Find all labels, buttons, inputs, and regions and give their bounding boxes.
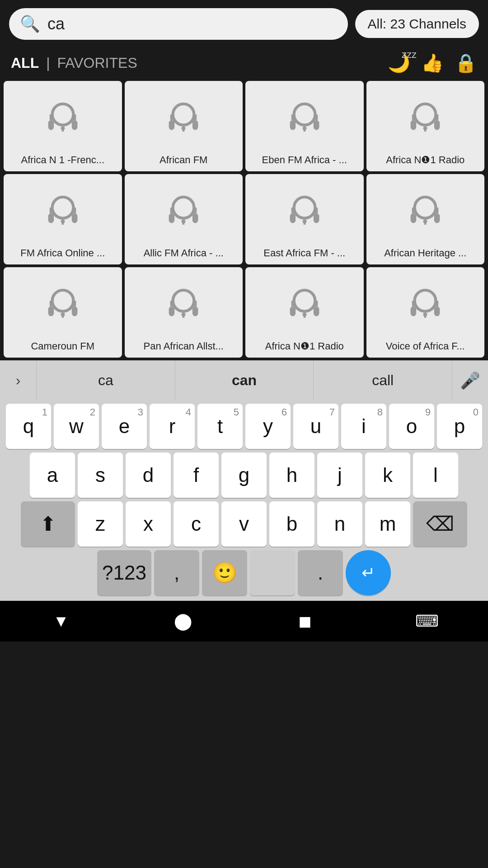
key-d[interactable]: d [126, 453, 171, 498]
key-n[interactable]: n [317, 501, 362, 547]
svg-rect-22 [411, 120, 417, 130]
key-label-s: s [95, 465, 105, 485]
nav-recent-button[interactable]: ◼ [244, 601, 366, 642]
key-l[interactable]: l [413, 453, 458, 498]
svg-rect-36 [169, 213, 175, 223]
filter-favorites[interactable]: FAVORITES [57, 55, 137, 71]
search-input[interactable] [47, 14, 337, 33]
headphone-icon [163, 181, 204, 244]
svg-rect-51 [434, 213, 440, 223]
key-c[interactable]: c [174, 501, 219, 547]
suggestion-can[interactable]: can [175, 361, 314, 400]
key-emoji[interactable]: 🙂 [202, 550, 247, 595]
key-q[interactable]: 1q [6, 404, 51, 449]
key-comma[interactable]: , [154, 550, 199, 595]
key-label-p: p [454, 416, 465, 436]
key-num-2: 2 [90, 406, 95, 418]
key-a[interactable]: a [30, 453, 75, 498]
key-z[interactable]: z [78, 501, 123, 547]
suggestion-call[interactable]: call [313, 361, 452, 400]
suggestion-ca[interactable]: ca [36, 361, 175, 400]
key-t[interactable]: 5t [197, 404, 243, 449]
headphone-icon [42, 88, 83, 151]
svg-rect-1 [48, 120, 54, 130]
key-backspace[interactable]: ⌫ [413, 501, 467, 547]
key-g[interactable]: g [221, 453, 267, 498]
channel-card[interactable]: Eben FM Africa - ... [245, 81, 364, 171]
channel-card[interactable]: Cameroun FM [4, 267, 122, 358]
channel-card[interactable]: African Heritage ... [366, 174, 485, 264]
key-label-h: h [286, 465, 297, 485]
svg-rect-30 [72, 213, 78, 223]
channel-card[interactable]: Pan African Allst... [125, 267, 243, 358]
key-m[interactable]: m [365, 501, 410, 547]
key-h[interactable]: h [269, 453, 314, 498]
channel-count-badge[interactable]: All: 23 Channels [355, 10, 479, 38]
mic-icon[interactable]: 🎤 [452, 361, 488, 400]
key-r[interactable]: 4r [150, 404, 195, 449]
filter-icons: 🌙zzz 👍 🔒 [388, 52, 477, 74]
svg-rect-72 [314, 307, 319, 316]
key-p[interactable]: 0p [437, 404, 482, 449]
key-period[interactable]: . [298, 550, 343, 595]
channel-card[interactable]: East Africa FM - ... [245, 174, 364, 264]
key-label-u: u [310, 416, 321, 436]
key-f[interactable]: f [174, 453, 219, 498]
key-v[interactable]: v [221, 501, 267, 547]
key-label-d: d [143, 465, 154, 485]
thumbs-up-icon[interactable]: 👍 [421, 52, 444, 74]
search-icon: 🔍 [20, 14, 40, 33]
key-label-v: v [239, 514, 249, 534]
channel-name: Africa N❶1 Radio [386, 154, 465, 166]
channel-name: Pan African Allst... [144, 340, 224, 352]
channel-card[interactable]: Africa N❶1 Radio [366, 81, 485, 171]
emoji-icon: 🙂 [212, 563, 237, 583]
key-label-x: x [143, 514, 153, 534]
key-label-y: y [263, 416, 273, 436]
channel-card[interactable]: FM Africa Online ... [4, 174, 122, 264]
svg-rect-15 [290, 120, 296, 130]
channel-name: Cameroun FM [31, 340, 94, 352]
key-u[interactable]: 7u [293, 404, 338, 449]
suggestion-expand-arrow[interactable]: › [0, 361, 36, 400]
return-icon: ↵ [361, 565, 375, 581]
channel-card[interactable]: Allic FM Africa - ... [125, 174, 243, 264]
nav-keyboard-button[interactable]: ⌨ [366, 601, 488, 642]
svg-point-77 [415, 290, 436, 311]
key-x[interactable]: x [126, 501, 171, 547]
key-label-m: m [380, 514, 396, 534]
filter-all[interactable]: ALL [11, 55, 39, 71]
channel-card[interactable]: Africa N 1 -Frenc... [4, 81, 122, 171]
lock-icon[interactable]: 🔒 [455, 52, 477, 74]
key-y[interactable]: 6y [245, 404, 291, 449]
svg-rect-64 [169, 307, 175, 316]
key-e[interactable]: 3e [102, 404, 147, 449]
key-return[interactable]: ↵ [346, 550, 391, 595]
key-k[interactable]: k [365, 453, 410, 498]
headphone-icon [405, 181, 446, 244]
svg-rect-65 [192, 307, 198, 316]
channel-card[interactable]: Voice of Africa F... [366, 267, 485, 358]
channel-card[interactable]: Africa N❶1 Radio [245, 267, 364, 358]
headphone-icon [42, 274, 83, 337]
channel-card[interactable]: African FM [125, 81, 243, 171]
svg-point-56 [52, 290, 73, 311]
nav-home-button[interactable]: ⬤ [122, 601, 244, 642]
keyboard-suggestions: › ca can call 🎤 [0, 360, 488, 400]
key-w[interactable]: 2w [54, 404, 99, 449]
key-shift[interactable]: ⬆ [21, 501, 75, 547]
svg-rect-79 [434, 307, 440, 316]
key-numbers[interactable]: ?123 [97, 550, 151, 595]
key-j[interactable]: j [317, 453, 362, 498]
nav-back-button[interactable]: ▼ [0, 601, 122, 642]
key-label-l: l [433, 465, 438, 485]
channel-name: Eben FM Africa - ... [262, 154, 347, 166]
svg-rect-50 [411, 213, 417, 223]
key-o[interactable]: 9o [389, 404, 434, 449]
search-box: 🔍 [9, 8, 348, 40]
sleep-timer-icon[interactable]: 🌙zzz [388, 52, 410, 74]
key-b[interactable]: b [269, 501, 314, 547]
key-s[interactable]: s [78, 453, 123, 498]
key-space[interactable] [250, 550, 295, 595]
key-i[interactable]: 8i [341, 404, 386, 449]
